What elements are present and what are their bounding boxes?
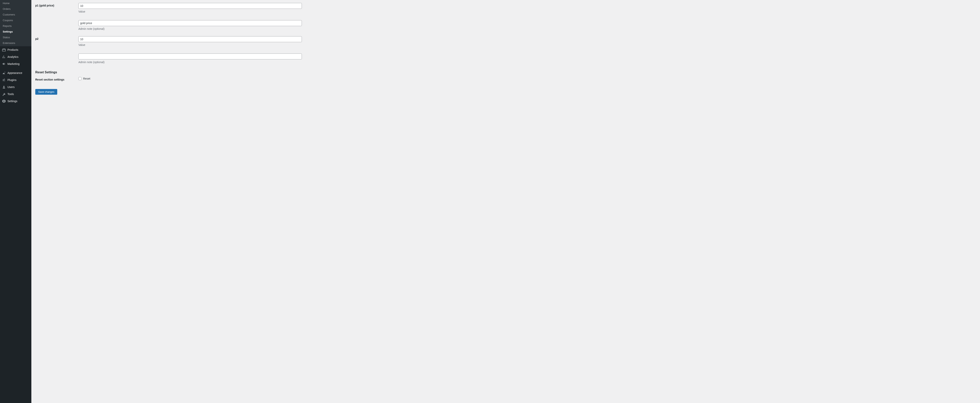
sidebar-item-analytics[interactable]: Analytics [0,53,31,61]
sidebar-sub-item-orders[interactable]: Orders [0,6,31,12]
label-p1: p1 (gold price) [35,0,78,33]
sidebar-sub-label: Reports [3,24,12,27]
sidebar-sub-label: Status [3,36,10,39]
row-p2: p2 Value Admin note (optional) [35,33,976,67]
sidebar-sub-item-status[interactable]: Status [0,35,31,40]
sidebar-item-tools[interactable]: Tools [0,91,31,98]
label-p2: p2 [35,33,78,67]
settings-form-table: p1 (gold price) Value Admin note (option… [35,0,976,67]
sidebar-sub-item-settings[interactable]: Settings [0,29,31,35]
sidebar-submenu: Home Orders Customers Coupons Reports Se… [0,0,31,46]
sidebar-item-plugins[interactable]: Plugins [0,76,31,83]
sidebar-sub-item-home[interactable]: Home [0,0,31,6]
sidebar-item-label: Users [8,86,15,89]
main-content: p1 (gold price) Value Admin note (option… [31,0,980,403]
sidebar-item-marketing[interactable]: Marketing [0,61,31,67]
row-reset: Reset section settings Reset [35,74,976,85]
users-icon [2,85,6,89]
sidebar-separator [0,67,31,68]
sidebar-item-label: Plugins [8,78,16,81]
sidebar-item-products[interactable]: Products [0,46,31,53]
row-p1: p1 (gold price) Value Admin note (option… [35,0,976,33]
help-p1-note: Admin note (optional) [78,27,302,30]
sidebar-item-label: Settings [8,100,18,103]
input-p1-note[interactable] [78,20,302,26]
input-p1-value[interactable] [78,3,302,9]
sidebar-sub-item-extensions[interactable]: Extensions [0,40,31,46]
reset-checkbox-label: Reset [83,77,91,80]
plugins-icon [2,78,6,82]
reset-checkbox-wrapper[interactable]: Reset [78,77,974,80]
help-p2-note: Admin note (optional) [78,61,302,64]
marketing-icon [2,62,6,66]
sidebar-item-label: Marketing [8,62,19,65]
sidebar-sub-label: Extensions [3,41,15,45]
sidebar-sub-label: Orders [3,8,11,10]
sidebar-item-label: Tools [8,92,14,96]
admin-sidebar: Home Orders Customers Coupons Reports Se… [0,0,31,403]
input-p2-value[interactable] [78,36,302,42]
sidebar-sub-item-customers[interactable]: Customers [0,12,31,18]
sidebar-sub-label: Home [3,2,10,5]
reset-checkbox[interactable] [78,77,81,80]
sidebar-sub-label: Customers [3,13,15,16]
sidebar-item-users[interactable]: Users [0,83,31,91]
sidebar-main-menu-b: Appearance Plugins Users Tools Settings [0,69,31,105]
sidebar-sub-item-coupons[interactable]: Coupons [0,18,31,23]
input-p2-note[interactable] [78,54,302,59]
sidebar-item-label: Analytics [8,55,18,58]
products-icon [2,48,6,52]
sidebar-main-menu-a: Products Analytics Marketing [0,46,31,67]
sidebar-sub-label: Settings [3,30,13,33]
tools-icon [2,92,6,96]
help-p1-value: Value [78,10,302,13]
save-changes-button[interactable]: Save changes [35,89,57,95]
submit-row: Save changes [35,85,976,95]
reset-form-table: Reset section settings Reset [35,74,976,85]
sidebar-sub-item-reports[interactable]: Reports [0,23,31,29]
analytics-icon [2,55,6,59]
sidebar-item-label: Appearance [8,71,22,75]
section-title-reset: Reset Settings [35,67,976,74]
help-p2-value: Value [78,43,302,46]
sidebar-sub-label: Coupons [3,19,13,22]
appearance-icon [2,71,6,75]
sidebar-item-appearance[interactable]: Appearance [0,69,31,76]
label-reset: Reset section settings [35,74,78,85]
sidebar-item-settings[interactable]: Settings [0,98,31,105]
settings-icon [2,99,6,103]
sidebar-item-label: Products [8,48,18,51]
